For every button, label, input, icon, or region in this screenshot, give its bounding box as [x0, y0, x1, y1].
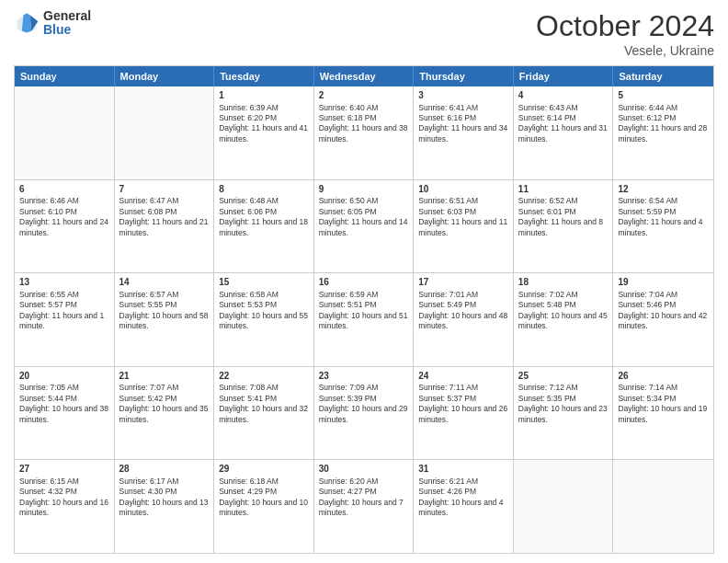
sunset-text: Sunset: 5:49 PM [418, 300, 476, 309]
daylight-text: Daylight: 10 hours and 55 minutes. [219, 311, 308, 330]
sunrise-text: Sunrise: 7:09 AM [319, 383, 379, 392]
calendar-cell-1-2: 8Sunrise: 6:48 AMSunset: 6:06 PMDaylight… [214, 180, 314, 273]
sunrise-text: Sunrise: 6:41 AM [418, 103, 478, 112]
sunrise-text: Sunrise: 7:04 AM [618, 290, 677, 299]
calendar-cell-1-5: 11Sunrise: 6:52 AMSunset: 6:01 PMDayligh… [514, 180, 614, 273]
sunrise-text: Sunrise: 6:55 AM [19, 290, 79, 299]
calendar-cell-2-1: 14Sunrise: 6:57 AMSunset: 5:55 PMDayligh… [115, 273, 215, 366]
sunset-text: Sunset: 5:42 PM [119, 394, 177, 403]
daylight-text: Daylight: 10 hours and 10 minutes. [219, 498, 308, 517]
daylight-text: Daylight: 10 hours and 51 minutes. [319, 311, 408, 330]
sunset-text: Sunset: 6:05 PM [319, 207, 377, 216]
day-number: 10 [418, 183, 508, 196]
calendar-cell-3-6: 26Sunrise: 7:14 AMSunset: 5:34 PMDayligh… [613, 367, 713, 460]
calendar-cell-4-0: 27Sunrise: 6:15 AMSunset: 4:32 PMDayligh… [15, 460, 115, 553]
day-number: 17 [418, 276, 508, 289]
daylight-text: Daylight: 11 hours and 11 minutes. [418, 217, 507, 236]
sunset-text: Sunset: 5:51 PM [319, 300, 377, 309]
calendar-cell-4-1: 28Sunrise: 6:17 AMSunset: 4:30 PMDayligh… [115, 460, 215, 553]
calendar-cell-3-3: 23Sunrise: 7:09 AMSunset: 5:39 PMDayligh… [314, 367, 415, 460]
calendar-cell-2-3: 16Sunrise: 6:59 AMSunset: 5:51 PMDayligh… [314, 273, 415, 366]
daylight-text: Daylight: 10 hours and 58 minutes. [119, 311, 209, 330]
calendar-cell-3-4: 24Sunrise: 7:11 AMSunset: 5:37 PMDayligh… [414, 367, 514, 460]
sunset-text: Sunset: 5:39 PM [319, 394, 377, 403]
day-number: 29 [219, 463, 309, 476]
sunset-text: Sunset: 4:32 PM [19, 487, 77, 496]
daylight-text: Daylight: 11 hours and 31 minutes. [518, 123, 608, 143]
daylight-text: Daylight: 11 hours and 34 minutes. [418, 123, 507, 143]
header-day-monday: Monday [115, 66, 215, 86]
calendar-cell-1-4: 10Sunrise: 6:51 AMSunset: 6:03 PMDayligh… [414, 180, 514, 273]
header: General Blue October 2024 Vesele, Ukrain… [14, 9, 714, 58]
sunrise-text: Sunrise: 6:47 AM [119, 196, 179, 205]
daylight-text: Daylight: 10 hours and 23 minutes. [518, 404, 608, 423]
daylight-text: Daylight: 10 hours and 35 minutes. [119, 404, 209, 423]
day-number: 30 [319, 463, 409, 476]
calendar-cell-4-6 [613, 460, 713, 553]
sunset-text: Sunset: 4:30 PM [119, 487, 177, 496]
calendar-cell-1-0: 6Sunrise: 6:46 AMSunset: 6:10 PMDaylight… [15, 180, 115, 273]
calendar-cell-3-5: 25Sunrise: 7:12 AMSunset: 5:35 PMDayligh… [514, 367, 614, 460]
day-number: 13 [19, 276, 109, 289]
daylight-text: Daylight: 11 hours and 14 minutes. [319, 217, 408, 236]
calendar-cell-0-5: 4Sunrise: 6:43 AMSunset: 6:14 PMDaylight… [514, 86, 614, 179]
daylight-text: Daylight: 10 hours and 29 minutes. [319, 404, 408, 423]
header-day-thursday: Thursday [414, 66, 514, 86]
sunset-text: Sunset: 6:03 PM [418, 207, 476, 216]
calendar-cell-4-4: 31Sunrise: 6:21 AMSunset: 4:26 PMDayligh… [414, 460, 514, 553]
sunrise-text: Sunrise: 6:48 AM [219, 196, 279, 205]
sunset-text: Sunset: 6:10 PM [19, 207, 77, 216]
day-number: 25 [518, 370, 609, 383]
daylight-text: Daylight: 11 hours and 1 minute. [19, 311, 104, 330]
day-number: 2 [319, 89, 409, 102]
day-number: 15 [219, 276, 309, 289]
daylight-text: Daylight: 11 hours and 24 minutes. [19, 217, 108, 236]
day-number: 9 [319, 183, 409, 196]
logo: General Blue [14, 9, 91, 38]
day-number: 19 [618, 276, 709, 289]
header-day-sunday: Sunday [15, 66, 115, 86]
location-subtitle: Vesele, Ukraine [536, 43, 714, 58]
sunrise-text: Sunrise: 7:01 AM [418, 290, 478, 299]
daylight-text: Daylight: 10 hours and 42 minutes. [618, 311, 707, 330]
sunset-text: Sunset: 6:06 PM [219, 207, 277, 216]
sunrise-text: Sunrise: 7:11 AM [418, 383, 478, 392]
day-number: 1 [219, 89, 309, 102]
sunrise-text: Sunrise: 6:50 AM [319, 196, 379, 205]
calendar-cell-0-3: 2Sunrise: 6:40 AMSunset: 6:18 PMDaylight… [314, 86, 415, 179]
day-number: 23 [319, 370, 409, 383]
calendar-body: 1Sunrise: 6:39 AMSunset: 6:20 PMDaylight… [15, 86, 713, 553]
calendar-row-4: 27Sunrise: 6:15 AMSunset: 4:32 PMDayligh… [15, 460, 713, 553]
header-day-tuesday: Tuesday [214, 66, 314, 86]
sunrise-text: Sunrise: 6:17 AM [119, 477, 179, 486]
page: General Blue October 2024 Vesele, Ukrain… [0, 0, 728, 563]
sunset-text: Sunset: 5:46 PM [618, 300, 676, 309]
day-number: 20 [19, 370, 109, 383]
day-number: 4 [518, 89, 609, 102]
day-number: 24 [418, 370, 508, 383]
sunrise-text: Sunrise: 6:20 AM [319, 477, 379, 486]
calendar-cell-1-6: 12Sunrise: 6:54 AMSunset: 5:59 PMDayligh… [613, 180, 713, 273]
sunrise-text: Sunrise: 7:14 AM [618, 383, 677, 392]
day-number: 18 [518, 276, 609, 289]
calendar-row-1: 6Sunrise: 6:46 AMSunset: 6:10 PMDaylight… [15, 180, 713, 274]
daylight-text: Daylight: 11 hours and 38 minutes. [319, 123, 408, 143]
sunrise-text: Sunrise: 6:18 AM [219, 477, 279, 486]
daylight-text: Daylight: 10 hours and 26 minutes. [418, 404, 507, 423]
calendar-row-2: 13Sunrise: 6:55 AMSunset: 5:57 PMDayligh… [15, 273, 713, 367]
calendar-cell-0-6: 5Sunrise: 6:44 AMSunset: 6:12 PMDaylight… [613, 86, 713, 179]
header-day-saturday: Saturday [613, 66, 713, 86]
sunset-text: Sunset: 5:34 PM [618, 394, 676, 403]
calendar-cell-2-2: 15Sunrise: 6:58 AMSunset: 5:53 PMDayligh… [214, 273, 314, 366]
sunset-text: Sunset: 6:20 PM [219, 113, 277, 122]
sunrise-text: Sunrise: 6:39 AM [219, 103, 279, 112]
logo-general-label: General [43, 9, 91, 23]
sunset-text: Sunset: 6:18 PM [319, 113, 377, 122]
calendar-cell-2-5: 18Sunrise: 7:02 AMSunset: 5:48 PMDayligh… [514, 273, 614, 366]
calendar-cell-0-1 [115, 86, 215, 179]
calendar-cell-1-3: 9Sunrise: 6:50 AMSunset: 6:05 PMDaylight… [314, 180, 415, 273]
day-number: 26 [618, 370, 709, 383]
day-number: 28 [119, 463, 210, 476]
daylight-text: Daylight: 10 hours and 13 minutes. [119, 498, 209, 517]
day-number: 27 [19, 463, 109, 476]
